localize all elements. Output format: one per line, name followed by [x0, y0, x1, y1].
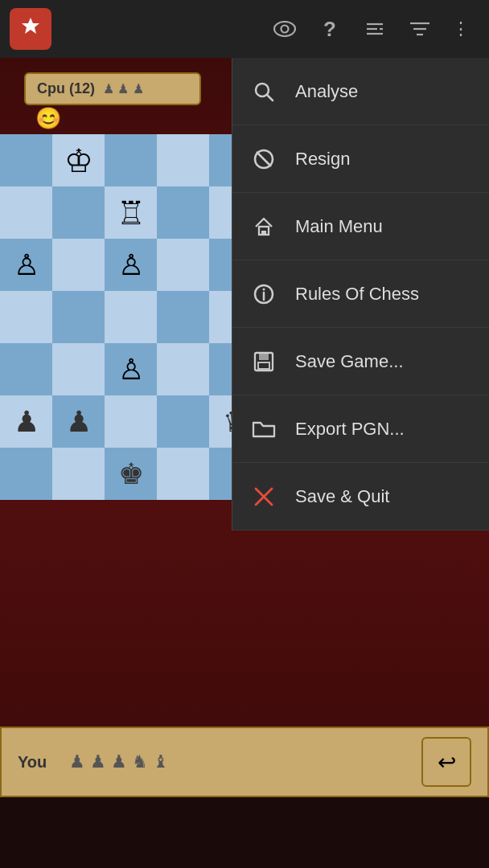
filter-button[interactable]: [397, 6, 442, 51]
undo-button[interactable]: ↩: [421, 737, 471, 787]
dropdown-menu: Analyse Resign Main Menu: [232, 58, 489, 530]
cell-4-2[interactable]: ♙: [105, 343, 157, 395]
help-button[interactable]: ?: [307, 6, 352, 51]
ban-icon: [249, 144, 279, 174]
cpu-label: Cpu (12): [37, 80, 95, 97]
svg-point-1: [281, 26, 289, 33]
save-quit-label: Save & Quit: [295, 486, 389, 507]
cell-5-1[interactable]: ♟: [52, 395, 105, 448]
menu-item-save-quit[interactable]: Save & Quit: [232, 463, 489, 530]
cell-4-1[interactable]: [52, 343, 105, 395]
resign-label: Resign: [295, 149, 350, 170]
settings-button[interactable]: [352, 6, 397, 51]
cell-2-3[interactable]: [157, 239, 209, 291]
rules-label: Rules Of Chess: [295, 284, 419, 305]
menu-item-main-menu[interactable]: Main Menu: [232, 193, 489, 260]
cell-3-1[interactable]: [52, 291, 105, 343]
main-menu-label: Main Menu: [295, 216, 383, 237]
search-icon: [249, 76, 279, 107]
cell-3-3[interactable]: [157, 291, 209, 343]
save-icon: [249, 346, 279, 377]
export-pgn-label: Export PGN...: [295, 419, 405, 440]
folder-icon: [249, 414, 279, 444]
cell-5-3[interactable]: [157, 395, 209, 448]
menu-item-export-pgn[interactable]: Export PGN...: [232, 395, 489, 463]
cell-0-0[interactable]: [0, 134, 52, 186]
cell-2-0[interactable]: ♙: [0, 239, 52, 291]
cell-2-2[interactable]: ♙: [105, 239, 157, 291]
cell-1-2[interactable]: ♖: [105, 186, 157, 239]
cell-3-0[interactable]: [0, 291, 52, 343]
svg-point-17: [263, 288, 265, 290]
analyse-label: Analyse: [295, 81, 358, 102]
cell-6-3[interactable]: [157, 448, 209, 500]
x-icon: [249, 481, 279, 512]
menu-item-resign[interactable]: Resign: [232, 125, 489, 193]
svg-line-10: [267, 95, 273, 100]
more-button[interactable]: ⋮: [442, 6, 479, 51]
cell-0-2[interactable]: [105, 134, 157, 186]
cell-6-0[interactable]: [0, 448, 52, 500]
cpu-panel: Cpu (12) ♟ ♟ ♟ 😊: [24, 72, 201, 105]
cell-6-1[interactable]: [52, 448, 105, 500]
menu-item-analyse[interactable]: Analyse: [232, 58, 489, 125]
cpu-emoji: 😊: [35, 106, 61, 131]
svg-line-12: [257, 152, 271, 166]
cell-3-2[interactable]: [105, 291, 157, 343]
cell-6-2[interactable]: ♚: [105, 448, 157, 500]
cell-0-1[interactable]: ♔: [52, 134, 105, 186]
cell-4-3[interactable]: [157, 343, 209, 395]
info-icon: [249, 279, 279, 309]
cell-1-3[interactable]: [157, 186, 209, 239]
eye-button[interactable]: [262, 6, 307, 51]
svg-point-0: [274, 22, 295, 36]
cpu-pieces: ♟ ♟ ♟: [103, 81, 144, 96]
cell-5-0[interactable]: ♟: [0, 395, 52, 448]
cell-2-1[interactable]: [52, 239, 105, 291]
home-icon: [249, 211, 279, 242]
cell-0-3[interactable]: [157, 134, 209, 186]
cell-5-2[interactable]: [105, 395, 157, 448]
menu-item-save-game[interactable]: Save Game...: [232, 328, 489, 395]
player-panel: You ♟ ♟ ♟ ♞ ♝ ↩: [0, 727, 489, 797]
player-pieces: ♟ ♟ ♟ ♞ ♝: [69, 751, 410, 772]
svg-rect-14: [261, 231, 266, 235]
app-icon: [10, 8, 51, 50]
save-game-label: Save Game...: [295, 351, 404, 372]
svg-rect-20: [258, 362, 269, 369]
toolbar: ? ⋮: [0, 0, 489, 58]
cell-1-0[interactable]: [0, 186, 52, 239]
player-label: You: [18, 753, 58, 772]
svg-rect-19: [259, 353, 269, 360]
cell-1-1[interactable]: [52, 186, 105, 239]
menu-item-rules[interactable]: Rules Of Chess: [232, 260, 489, 328]
cell-4-0[interactable]: [0, 343, 52, 395]
